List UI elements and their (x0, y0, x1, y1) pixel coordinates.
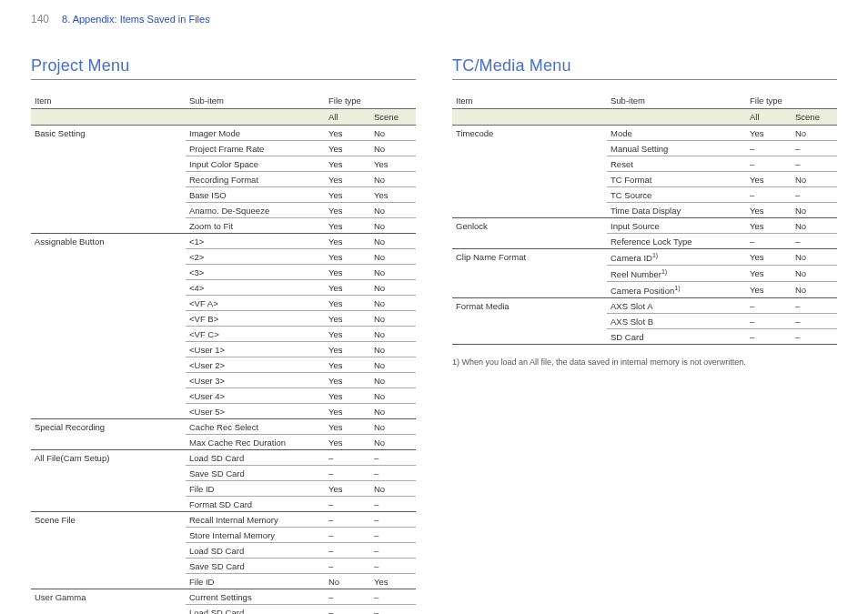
all-cell: Yes (325, 481, 370, 497)
sub-item-cell: Max Cache Rec Duration (186, 435, 325, 450)
item-cell (31, 373, 186, 388)
item-cell: All File(Cam Setup) (31, 450, 186, 466)
all-cell: Yes (325, 187, 370, 203)
all-cell: Yes (325, 156, 370, 172)
col-filetype: File type (325, 93, 416, 109)
item-cell: Clip Name Format (452, 249, 607, 266)
scene-cell: – (792, 298, 837, 314)
table-row: File IDNoYes (31, 574, 416, 589)
scene-cell: No (370, 126, 416, 141)
item-cell (31, 156, 186, 172)
scene-cell: No (792, 218, 837, 234)
sub-item-cell: <4> (186, 280, 325, 296)
table-row: Time Data DisplayYesNo (452, 203, 837, 218)
col-empty (186, 109, 325, 126)
scene-cell: No (370, 481, 416, 497)
left-column: Project Menu Item Sub-item File type All… (31, 56, 416, 614)
scene-cell: No (370, 419, 416, 435)
sub-item-cell: TC Source (607, 187, 746, 203)
table-row: Max Cache Rec DurationYesNo (31, 435, 416, 450)
item-cell (31, 311, 186, 327)
section-title-project: Project Menu (31, 56, 416, 80)
all-cell: Yes (325, 311, 370, 327)
scene-cell: No (370, 327, 416, 342)
scene-cell: – (792, 234, 837, 249)
table-row: <2>YesNo (31, 249, 416, 265)
sub-item-cell: Current Settings (186, 589, 325, 605)
scene-cell: No (370, 218, 416, 234)
scene-cell: – (370, 605, 416, 615)
scene-cell: – (370, 450, 416, 466)
all-cell: – (325, 543, 370, 559)
scene-cell: No (370, 373, 416, 388)
all-cell: Yes (325, 280, 370, 296)
page: 140 8. Appendix: Items Saved in Files Pr… (0, 0, 868, 614)
all-cell: – (746, 234, 792, 249)
content-columns: Project Menu Item Sub-item File type All… (31, 56, 837, 614)
table-row: Save SD Card–– (31, 466, 416, 481)
scene-cell: – (370, 466, 416, 481)
table-row: Clip Name FormatCamera ID1)YesNo (452, 249, 837, 266)
all-cell: Yes (746, 218, 792, 234)
table-row: Basic SettingImager ModeYesNo (31, 126, 416, 141)
col-sub: Sub-item (607, 93, 746, 109)
table-row: Save SD Card–– (31, 559, 416, 574)
scene-cell: – (370, 589, 416, 605)
sub-item-cell: Recall Internal Memory (186, 512, 325, 528)
table-row: Recording FormatYesNo (31, 172, 416, 187)
sub-item-cell: Time Data Display (607, 203, 746, 218)
sub-item-cell: <VF C> (186, 327, 325, 342)
scene-cell: – (370, 497, 416, 512)
item-cell (31, 605, 186, 615)
all-cell: Yes (325, 435, 370, 450)
all-cell: Yes (325, 419, 370, 435)
scene-cell: No (370, 357, 416, 373)
scene-cell: No (370, 172, 416, 187)
item-cell: Timecode (452, 126, 607, 141)
all-cell: Yes (325, 203, 370, 218)
item-cell: Assignable Button (31, 234, 186, 249)
table-row: <User 1>YesNo (31, 342, 416, 357)
item-cell (31, 388, 186, 404)
sub-item-cell: <2> (186, 249, 325, 265)
all-cell: – (325, 589, 370, 605)
sub-item-cell: Reset (607, 156, 746, 172)
sub-item-cell: Base ISO (186, 187, 325, 203)
all-cell: Yes (746, 126, 792, 141)
sub-item-cell: Reference Lock Type (607, 234, 746, 249)
item-cell (31, 559, 186, 574)
scene-cell: – (370, 559, 416, 574)
sub-item-cell: Save SD Card (186, 466, 325, 481)
all-cell: Yes (325, 265, 370, 280)
sub-item-cell: Save SD Card (186, 559, 325, 574)
table-row: <User 3>YesNo (31, 373, 416, 388)
all-cell: Yes (325, 357, 370, 373)
sub-item-cell: File ID (186, 574, 325, 589)
sub-item-cell: Imager Mode (186, 126, 325, 141)
item-cell (31, 481, 186, 497)
all-cell: – (746, 329, 792, 345)
scene-cell: No (370, 280, 416, 296)
scene-cell: No (792, 172, 837, 187)
col-empty (452, 109, 607, 126)
table-row: <VF B>YesNo (31, 311, 416, 327)
item-cell (31, 497, 186, 512)
table-row: <VF C>YesNo (31, 327, 416, 342)
sub-item-cell: File ID (186, 481, 325, 497)
item-cell (452, 172, 607, 187)
scene-cell: No (370, 141, 416, 156)
scene-cell: No (370, 404, 416, 419)
all-cell: – (746, 141, 792, 156)
all-cell: Yes (325, 388, 370, 404)
col-empty (31, 109, 186, 126)
scene-cell: No (370, 234, 416, 249)
col-item: Item (452, 93, 607, 109)
col-sub: Sub-item (186, 93, 325, 109)
all-cell: – (325, 512, 370, 528)
item-cell (31, 357, 186, 373)
sub-item-cell: <VF B> (186, 311, 325, 327)
table-row: GenlockInput SourceYesNo (452, 218, 837, 234)
sub-item-cell: Format SD Card (186, 497, 325, 512)
project-menu-table: Item Sub-item File type All Scene Basic … (31, 93, 416, 614)
col-all: All (746, 109, 792, 126)
